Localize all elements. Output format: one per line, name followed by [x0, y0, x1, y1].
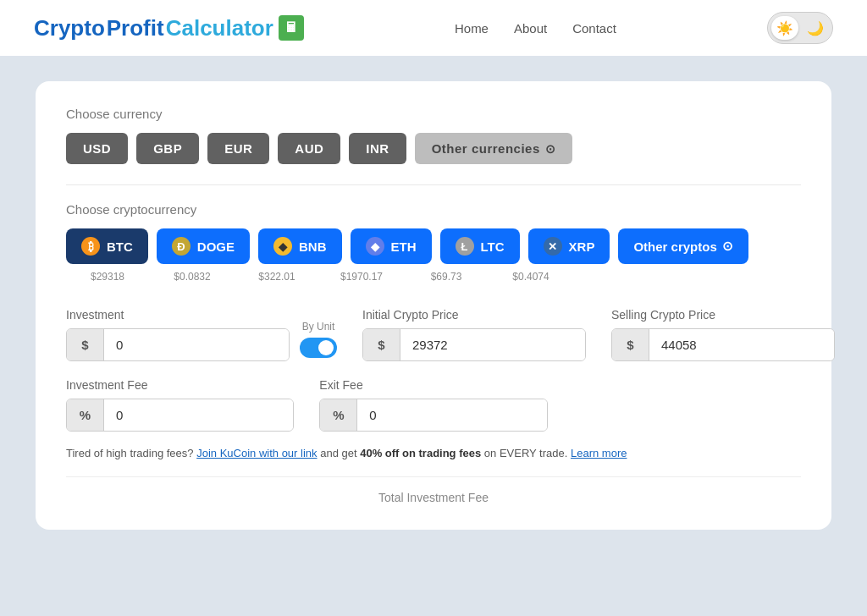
investment-label: Investment: [66, 308, 290, 322]
toggle-label: By Unit: [302, 321, 335, 333]
investment-input-wrapper: $: [66, 328, 290, 361]
crypto-btn-doge[interactable]: Ð DOGE: [157, 228, 250, 264]
crypto-prices-row: $29318 $0.0832 $322.01 $1970.17 $69.73 $…: [66, 271, 801, 283]
promo-text: Tired of high trading fees? Join KuCoin …: [66, 445, 801, 463]
promo-bold-text: 40% off on trading fees: [360, 447, 481, 459]
exit-fee-prefix: %: [320, 399, 357, 431]
selling-price-label: Selling Crypto Price: [611, 308, 835, 322]
currency-btn-usd[interactable]: USD: [66, 133, 128, 164]
light-mode-button[interactable]: ☀️: [771, 16, 798, 40]
selling-price-group: Selling Crypto Price $: [611, 308, 835, 361]
initial-price-group: Initial Crypto Price $: [362, 308, 586, 361]
selling-price-prefix: $: [612, 329, 649, 360]
section-divider-1: [66, 184, 801, 185]
btc-label: BTC: [107, 239, 133, 254]
crypto-section-label: Choose cryptocurrency: [66, 202, 801, 217]
btc-price: $29318: [69, 271, 146, 283]
selling-price-input[interactable]: [649, 329, 834, 360]
exit-fee-input-wrapper: %: [319, 399, 547, 432]
nav-contact[interactable]: Contact: [572, 21, 616, 36]
ltc-price: $69.73: [408, 271, 484, 283]
exit-fee-group: Exit Fee %: [319, 378, 547, 432]
promo-learn-more-link[interactable]: Learn more: [571, 447, 627, 459]
investment-fee-label: Investment Fee: [66, 378, 294, 392]
initial-price-prefix: $: [363, 329, 400, 360]
by-unit-toggle-group: By Unit: [300, 321, 337, 361]
header: Crypto Profit Calculator 🖩 Home About Co…: [0, 0, 867, 56]
logo-icon: 🖩: [279, 15, 304, 41]
investment-fee-input[interactable]: [104, 399, 293, 431]
btc-icon: ₿: [81, 237, 100, 256]
crypto-btn-other[interactable]: Other cryptos ⊙: [618, 228, 748, 264]
promo-kucoin-link[interactable]: Join KuCoin with our link: [196, 447, 317, 459]
xrp-price: $0.4074: [493, 271, 569, 283]
navigation: Home About Contact: [455, 21, 616, 36]
currency-section-label: Choose currency: [66, 107, 801, 121]
ltc-label: LTC: [481, 239, 505, 254]
logo[interactable]: Crypto Profit Calculator 🖩: [34, 15, 304, 41]
currency-btn-aud[interactable]: AUD: [278, 133, 340, 164]
form-section: Investment $ By Unit: [66, 308, 801, 504]
bnb-price: $322.01: [239, 271, 315, 283]
crypto-btn-ltc[interactable]: Ł LTC: [440, 228, 520, 264]
doge-icon: Ð: [172, 237, 191, 256]
currency-buttons-group: USD GBP EUR AUD INR Other currencies ⊙: [66, 133, 801, 164]
initial-price-label: Initial Crypto Price: [362, 308, 586, 322]
currency-btn-inr[interactable]: INR: [349, 133, 406, 164]
doge-price: $0.0832: [154, 271, 230, 283]
investment-fee-input-wrapper: %: [66, 399, 294, 432]
currency-btn-eur[interactable]: EUR: [207, 133, 269, 164]
selling-price-input-wrapper: $: [611, 328, 835, 361]
xrp-icon: ✕: [544, 237, 562, 256]
investment-group: Investment $ By Unit: [66, 308, 337, 361]
bnb-label: BNB: [299, 239, 327, 254]
exit-fee-label: Exit Fee: [319, 378, 547, 392]
initial-price-input[interactable]: [400, 329, 585, 360]
logo-crypto-text: Crypto: [34, 15, 105, 41]
currency-btn-other[interactable]: Other currencies ⊙: [415, 133, 573, 164]
currency-btn-gbp[interactable]: GBP: [136, 133, 199, 164]
dark-mode-button[interactable]: 🌙: [802, 16, 829, 40]
xrp-label: XRP: [569, 239, 595, 254]
nav-home[interactable]: Home: [455, 21, 489, 36]
other-cryptos-chevron-icon: ⊙: [722, 239, 733, 254]
toggle-slider: [300, 338, 337, 358]
initial-price-input-wrapper: $: [362, 328, 586, 361]
other-currencies-chevron-icon: ⊙: [545, 142, 556, 156]
by-unit-toggle[interactable]: [300, 338, 337, 358]
main-content: Choose currency USD GBP EUR AUD INR Othe…: [0, 56, 867, 616]
crypto-btn-eth[interactable]: ◆ ETH: [351, 228, 432, 264]
other-currencies-label: Other currencies: [432, 141, 540, 156]
other-cryptos-label: Other cryptos: [633, 239, 716, 254]
ltc-icon: Ł: [456, 237, 474, 256]
crypto-btn-bnb[interactable]: ◆ BNB: [258, 228, 342, 264]
nav-about[interactable]: About: [514, 21, 547, 36]
promo-text-after: on EVERY trade.: [484, 447, 571, 459]
investment-fee-prefix: %: [67, 399, 104, 431]
eth-icon: ◆: [366, 237, 384, 256]
crypto-buttons-group: ₿ BTC Ð DOGE ◆ BNB ◆ ETH Ł LTC ✕ XRP: [66, 228, 801, 264]
crypto-btn-xrp[interactable]: ✕ XRP: [528, 228, 610, 264]
total-investment-fee-label: Total Investment Fee: [66, 476, 801, 504]
doge-label: DOGE: [197, 239, 235, 254]
calculator-card: Choose currency USD GBP EUR AUD INR Othe…: [36, 81, 831, 530]
eth-label: ETH: [391, 239, 417, 254]
exit-fee-input[interactable]: [357, 399, 546, 431]
logo-profit-text: Profit: [107, 15, 164, 41]
investment-input[interactable]: [104, 329, 289, 360]
promo-text-before: Tired of high trading fees?: [66, 447, 194, 459]
investment-prefix: $: [67, 329, 104, 360]
bnb-icon: ◆: [273, 237, 292, 256]
crypto-btn-btc[interactable]: ₿ BTC: [66, 228, 148, 264]
logo-calculator-text: Calculator: [166, 15, 273, 41]
theme-toggle: ☀️ 🌙: [767, 12, 833, 44]
promo-text-middle: and get: [320, 447, 360, 459]
eth-price: $1970.17: [323, 271, 400, 283]
investment-fee-group: Investment Fee %: [66, 378, 294, 432]
